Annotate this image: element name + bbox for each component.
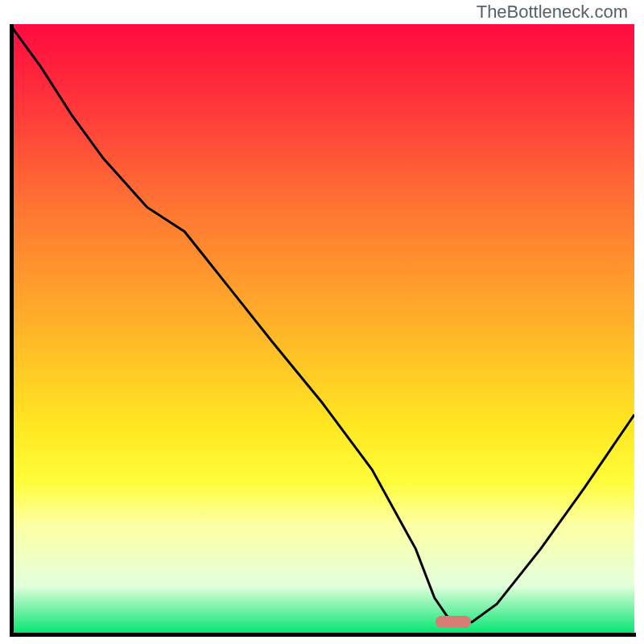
optimal-marker — [436, 616, 471, 628]
x-axis-line — [10, 633, 636, 637]
bottleneck-curve — [10, 24, 634, 634]
chart-area — [10, 24, 634, 634]
watermark-text: TheBottleneck.com — [477, 2, 628, 23]
y-axis-line — [10, 24, 14, 636]
